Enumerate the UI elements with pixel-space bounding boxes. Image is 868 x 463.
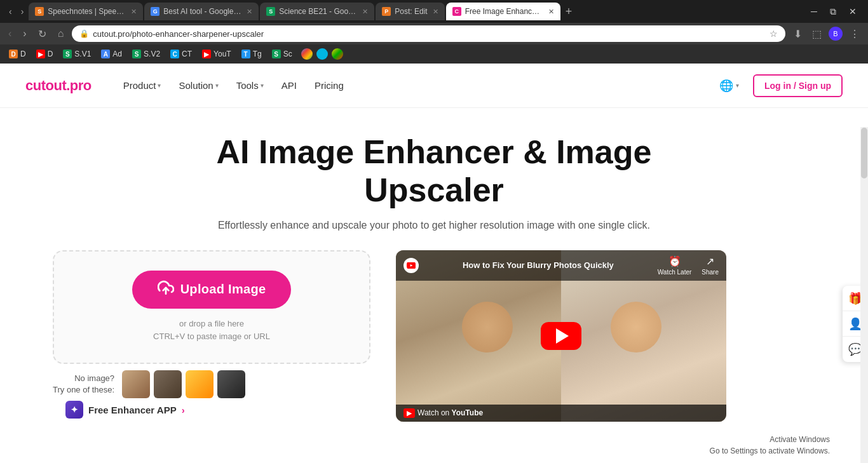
extension-btn[interactable]: ⬚ <box>809 27 825 41</box>
share-icon: ↗ <box>706 255 714 267</box>
bookmark-d2-label: D <box>48 50 53 58</box>
scrollbar[interactable] <box>860 127 868 463</box>
upload-hint-line1: or drop a file here <box>153 318 270 331</box>
bookmark-star-icon[interactable]: ☆ <box>770 29 778 39</box>
play-button-wrap[interactable] <box>541 322 581 350</box>
nav-links: Product ▾ Solution ▾ Tools ▾ API Pricing <box>117 76 713 95</box>
youtube-icon: ▶ <box>403 408 415 418</box>
tab-post[interactable]: P Post: Edit ✕ <box>376 3 444 20</box>
bookmark-yout[interactable]: ▶ YouT <box>198 48 235 60</box>
bookmark-sv2[interactable]: S S.V2 <box>128 48 164 60</box>
video-overlay-bar: How to Fix Your Blurry Photos Quickly ⏰ … <box>396 250 726 281</box>
nav-product-label: Product <box>123 80 156 91</box>
video-area: → How to Fix Your Blurry Photos Quickly … <box>396 250 726 422</box>
tab-science-close[interactable]: ✕ <box>362 8 368 16</box>
nav-api-label: API <box>281 80 297 91</box>
bookmark-sc[interactable]: S Sc <box>268 48 296 60</box>
nav-home-button[interactable]: ⌂ <box>55 27 67 41</box>
address-input[interactable]: 🔒 cutout.pro/photo-enhancer-sharpener-up… <box>72 25 785 42</box>
sample-thumb-2[interactable] <box>154 370 182 398</box>
address-bar: ‹ › ↻ ⌂ 🔒 cutout.pro/photo-enhancer-shar… <box>0 23 868 44</box>
tab-back-btn[interactable]: ‹ <box>5 4 16 19</box>
hero-main: Upload Image or drop a file here CTRL+V … <box>53 250 815 422</box>
bookmark-ct[interactable]: C CT <box>166 48 196 60</box>
restore-btn[interactable]: ⧉ <box>826 5 840 18</box>
site-navbar: cutout.pro Product ▾ Solution ▾ Tools ▾ … <box>0 64 868 108</box>
minimize-btn[interactable]: ─ <box>807 5 821 18</box>
new-tab-button[interactable]: + <box>562 4 576 20</box>
watch-on-label: Watch on <box>417 408 449 417</box>
tab-forward-btn[interactable]: › <box>17 4 28 19</box>
security-lock-icon: 🔒 <box>79 29 89 38</box>
bookmark-d1[interactable]: D D <box>5 48 30 60</box>
youtube-small-logo <box>403 258 419 273</box>
bookmark-yout-label: YouT <box>214 50 231 58</box>
try-these-label: Try one of these: <box>53 384 114 396</box>
watch-later-icon: ⏰ <box>668 255 681 267</box>
translate-button[interactable]: 🌐 ▾ <box>713 75 745 97</box>
tab-post-close[interactable]: ✕ <box>433 8 438 16</box>
sample-thumb-3[interactable] <box>186 370 214 398</box>
video-actions: ⏰ Watch Later ↗ Share <box>658 255 719 276</box>
sample-label: No image? Try one of these: <box>53 373 114 396</box>
bookmark-sv1-label: S.V1 <box>74 50 91 58</box>
share-label: Share <box>702 269 719 276</box>
tab-science[interactable]: S Science BE21 - Google She... ✕ <box>260 3 374 20</box>
scrollbar-thumb[interactable] <box>861 128 867 178</box>
watch-on-text: Watch on YouTube <box>417 408 483 417</box>
page-content: cutout.pro Product ▾ Solution ▾ Tools ▾ … <box>0 64 868 463</box>
youtube-label: YouTube <box>452 408 484 417</box>
nav-back-button[interactable]: ‹ <box>5 27 15 41</box>
sample-thumb-4[interactable] <box>217 370 245 398</box>
app-link[interactable]: ✦ Free Enhancer APP › <box>65 401 370 419</box>
tab-speechnotes[interactable]: S Speechnotes | Speech to Te... ✕ <box>29 3 143 20</box>
translate-chevron-icon: ▾ <box>736 82 739 89</box>
play-button[interactable] <box>541 322 581 350</box>
tab-google-close[interactable]: ✕ <box>247 8 252 16</box>
watch-later-action[interactable]: ⏰ Watch Later <box>658 255 692 276</box>
bookmark-d2[interactable]: ▶ D <box>32 48 57 60</box>
nav-pricing[interactable]: Pricing <box>308 76 350 95</box>
bookmark-ad[interactable]: A Ad <box>97 48 126 60</box>
nav-refresh-button[interactable]: ↻ <box>35 27 50 41</box>
tab-google-search[interactable]: G Best AI tool - Google Search ✕ <box>144 3 259 20</box>
tab-speechnotes-label: Speechnotes | Speech to Te... <box>48 7 126 16</box>
sample-thumbs <box>122 370 245 398</box>
upload-image-button[interactable]: Upload Image <box>132 271 292 309</box>
nav-solution-label: Solution <box>179 80 213 91</box>
bookmark-sv1[interactable]: S S.V1 <box>59 48 95 60</box>
share-action[interactable]: ↗ Share <box>702 255 719 276</box>
nav-forward-button[interactable]: › <box>20 27 29 41</box>
activate-windows-hint: Go to Settings to activate Windows. <box>710 445 830 457</box>
tab-cutout[interactable]: C Free Image Enhancer & Ima... ✕ <box>446 3 560 20</box>
no-image-label: No image? <box>53 373 114 384</box>
address-text: cutout.pro/photo-enhancer-sharpener-upsc… <box>93 29 766 39</box>
sample-thumb-1[interactable] <box>122 370 150 398</box>
upload-hint-line2: CTRL+V to paste image or URL <box>153 330 270 344</box>
video-box[interactable]: → How to Fix Your Blurry Photos Quickly … <box>396 250 726 422</box>
bookmark-tg[interactable]: T Tg <box>238 48 266 60</box>
login-signup-button[interactable]: Log in / Sign up <box>753 74 843 97</box>
browser-chrome: ‹ › S Speechnotes | Speech to Te... ✕ G … <box>0 0 868 64</box>
nav-api[interactable]: API <box>275 76 303 95</box>
video-title: How to Fix Your Blurry Photos Quickly <box>424 260 653 270</box>
screenshot-btn[interactable]: ⬇ <box>790 27 805 41</box>
translate-icon: 🌐 <box>719 79 733 93</box>
tab-speechnotes-close[interactable]: ✕ <box>131 8 137 16</box>
bookmark-ad-label: Ad <box>112 50 122 58</box>
menu-btn[interactable]: ⋮ <box>846 27 863 41</box>
tab-cutout-close[interactable]: ✕ <box>548 8 554 16</box>
nav-product[interactable]: Product ▾ <box>117 76 168 95</box>
tab-post-label: Post: Edit <box>395 7 427 16</box>
youtube-logo-bottom: ▶ Watch on YouTube <box>403 408 483 418</box>
close-btn[interactable]: ✕ <box>845 5 860 18</box>
site-logo[interactable]: cutout.pro <box>25 77 92 94</box>
nav-solution[interactable]: Solution ▾ <box>172 76 224 95</box>
upload-area: Upload Image or drop a file here CTRL+V … <box>53 250 370 419</box>
app-link-label: Free Enhancer APP <box>88 405 177 415</box>
nav-tools[interactable]: Tools ▾ <box>230 76 270 95</box>
profile-btn[interactable]: B <box>829 27 843 41</box>
nav-right: 🌐 ▾ Log in / Sign up <box>713 74 843 97</box>
bookmark-tg-label: Tg <box>253 50 262 58</box>
nav-pricing-label: Pricing <box>315 80 344 91</box>
